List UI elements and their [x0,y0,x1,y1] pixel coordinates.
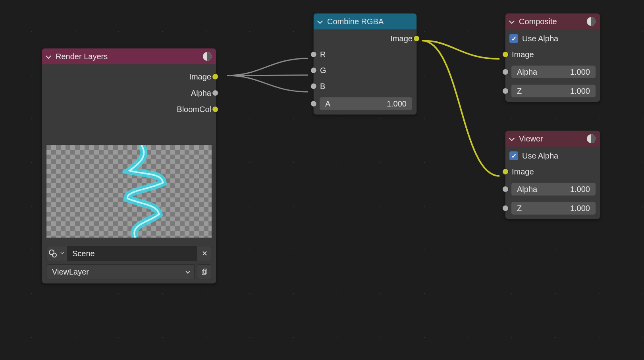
alpha-value-field[interactable]: Alpha 1.000 [511,65,596,79]
output-image: Image [318,33,413,44]
socket-image[interactable] [212,74,218,80]
render-layers-node[interactable]: Render Layers Image Alpha BloomCol [42,48,216,284]
output-label: Image [189,72,211,81]
preview-image [46,145,212,238]
viewlayer-pin-button[interactable] [197,264,212,279]
chevron-down-icon[interactable] [45,53,52,60]
viewlayer-label: ViewLayer [52,267,89,277]
output-label: BloomCol [177,105,211,114]
z-value: 1.000 [570,87,590,96]
use-alpha-checkbox[interactable]: ✓ [509,151,518,160]
socket-alpha[interactable] [502,69,509,75]
input-alpha: Alpha 1.000 [509,182,596,196]
socket-bloomcol[interactable] [212,106,218,112]
socket-image-out[interactable] [413,35,420,42]
viewlayer-field[interactable]: ViewLayer [46,264,195,279]
output-bloomcol: BloomCol [47,104,211,114]
socket-b[interactable] [310,83,317,89]
scene-browse-icon[interactable] [46,246,67,261]
input-image: Image [509,166,596,177]
socket-a[interactable] [310,101,317,107]
alpha-label: Alpha [517,68,537,77]
input-r: R [318,49,413,60]
svg-point-2 [52,253,56,257]
viewlayer-selector[interactable]: ViewLayer [46,264,212,279]
socket-image[interactable] [502,51,509,58]
use-alpha-label: Use Alpha [522,34,558,43]
input-z: Z 1.000 [509,201,596,215]
scene-clear-button[interactable]: ✕ [197,246,212,261]
z-value-field[interactable]: Z 1.000 [511,84,596,98]
viewer-node[interactable]: Viewer ✓ Use Alpha Image Alpha 1.000 Z 1… [505,130,600,219]
chevron-down-icon[interactable] [509,18,516,25]
input-z: Z 1.000 [509,84,596,98]
output-alpha: Alpha [47,88,211,98]
a-value: 1.000 [387,99,407,108]
node-title: Render Layers [56,52,108,61]
node-header[interactable]: Viewer [505,131,600,147]
alpha-value: 1.000 [570,185,590,194]
use-alpha-row[interactable]: ✓ Use Alpha [509,151,596,161]
alpha-value-field[interactable]: Alpha 1.000 [511,182,596,196]
preview-sphere-icon[interactable] [586,17,596,26]
socket-alpha[interactable] [502,186,509,192]
output-label: Image [390,34,413,43]
input-image: Image [509,49,596,60]
input-b: B [318,81,413,91]
use-alpha-label: Use Alpha [522,151,558,161]
output-label: Alpha [191,89,211,98]
z-label: Z [517,204,522,213]
composite-node[interactable]: Composite ✓ Use Alpha Image Alpha 1.000 … [505,13,600,102]
use-alpha-checkbox[interactable]: ✓ [509,34,518,43]
alpha-value: 1.000 [570,68,590,77]
node-header[interactable]: Render Layers [42,48,216,64]
z-value-field[interactable]: Z 1.000 [511,201,596,215]
preview-sphere-icon[interactable] [202,52,212,61]
node-header[interactable]: Composite [505,14,600,29]
node-title: Composite [519,17,557,26]
a-label: A [325,99,330,108]
a-value-field[interactable]: A 1.000 [319,97,413,110]
socket-z[interactable] [502,88,509,94]
alpha-label: Alpha [517,185,537,194]
output-image: Image [47,72,211,82]
socket-alpha[interactable] [212,90,218,96]
socket-g[interactable] [310,67,317,74]
preview-sphere-icon[interactable] [586,134,596,143]
node-header[interactable]: Combine RGBA [314,14,416,29]
combine-rgba-node[interactable]: Combine RGBA Image R G B A 1.000 [313,13,417,115]
scene-name-field[interactable]: Scene [67,246,197,261]
use-alpha-row[interactable]: ✓ Use Alpha [509,33,596,44]
socket-image[interactable] [502,168,509,175]
input-label: Image [512,167,534,176]
chevron-down-icon [185,269,190,274]
node-title: Combine RGBA [327,17,384,26]
svg-point-1 [49,250,54,255]
node-title: Viewer [519,134,543,143]
input-label: R [320,50,326,59]
input-g: G [318,65,413,75]
input-label: B [320,82,325,91]
chevron-down-icon[interactable] [509,135,516,142]
svg-rect-4 [203,269,207,273]
chevron-down-icon [60,250,65,255]
input-label: G [320,66,326,75]
input-label: Image [512,50,534,59]
socket-r[interactable] [310,51,317,58]
render-preview [46,145,212,238]
input-alpha: Alpha 1.000 [509,65,596,79]
socket-z[interactable] [502,205,509,211]
svg-rect-3 [202,270,206,275]
z-value: 1.000 [570,204,590,213]
z-label: Z [517,87,522,96]
scene-selector[interactable]: Scene ✕ [46,246,212,261]
input-a: A 1.000 [318,97,413,110]
chevron-down-icon[interactable] [317,18,324,25]
